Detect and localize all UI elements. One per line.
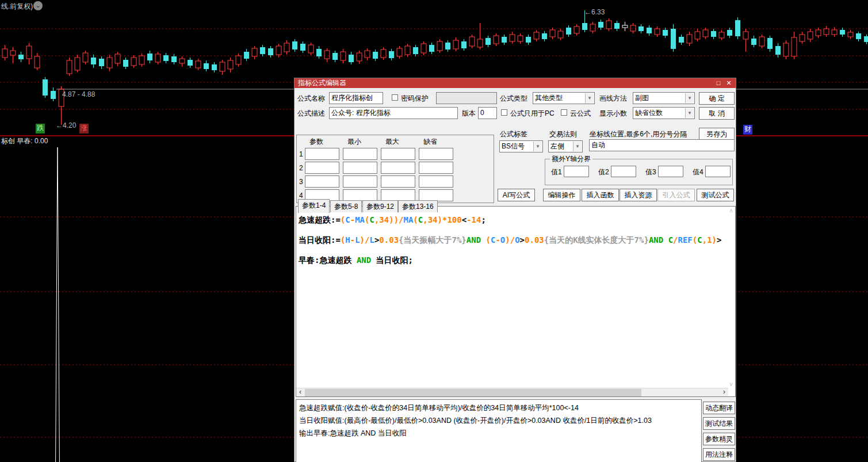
scroll-right-icon[interactable]: › (720, 388, 728, 397)
candle (204, 63, 209, 69)
candle (413, 47, 418, 54)
trade-rule-select[interactable]: 左侧 ▾ (548, 140, 583, 152)
param-input-r3c1[interactable] (305, 175, 339, 188)
scroll-left-icon[interactable]: ‹ (296, 388, 304, 397)
candle (115, 54, 120, 63)
param-input-r2c3[interactable] (381, 162, 415, 174)
close-icon[interactable]: ✕ (724, 78, 733, 88)
param-input-r1c2[interactable] (343, 148, 377, 160)
candle (671, 29, 676, 49)
dialog-titlebar[interactable]: 指标公式编辑器 (295, 78, 736, 88)
candle (35, 56, 40, 68)
tool-button-引入公式: 引入公式 (657, 189, 695, 201)
candle (196, 61, 201, 68)
scroll-down-icon[interactable]: ∨ (727, 380, 735, 388)
candle (421, 44, 426, 53)
candle (808, 32, 813, 39)
param-input-r3c4[interactable] (419, 175, 453, 188)
param-input-r2c2[interactable] (343, 162, 377, 174)
save-as-button[interactable]: 另存为 (699, 128, 735, 140)
decimals-select[interactable]: 缺省位数 ▾ (633, 107, 695, 119)
param-input-r4c4[interactable] (419, 189, 453, 201)
dynamic-translation-panel[interactable]: 急速超跌赋值:(收盘价-收盘价的34日简单移动平均)/收盘价的34日简单移动平均… (296, 399, 702, 462)
coord-line-input[interactable]: 自动 (589, 139, 735, 151)
formula-tag-select[interactable]: BS信号 ▾ (499, 140, 543, 152)
tool-button-编辑操作[interactable]: 编辑操作 (543, 189, 580, 201)
password-protect-checkbox[interactable] (392, 94, 398, 101)
tool-button-AI写公式[interactable]: AI写公式 (498, 189, 535, 201)
candle (75, 58, 80, 70)
extra-y-axis-group: 额外Y轴分界 值1值2值3值4 (545, 159, 733, 185)
version-input[interactable]: 0 (478, 107, 497, 119)
candle (542, 33, 547, 39)
side-button-测试结果[interactable]: 测试结果 (703, 417, 735, 430)
param-input-r4c3[interactable] (381, 189, 415, 201)
tool-button-插入资源[interactable]: 插入资源 (620, 189, 657, 201)
candle (171, 56, 177, 62)
formula-desc-input[interactable]: 公众号: 程序化指标 (329, 107, 458, 119)
tab-参数13-16[interactable]: 参数13-16 (398, 200, 438, 212)
decimals-label: 显示小数 (599, 109, 627, 117)
vertical-scrollbar[interactable]: ∧ ∨ (727, 207, 735, 388)
combo-arrow-icon[interactable]: ▾ (573, 142, 582, 151)
chevron-down-icon[interactable]: ⌄ (33, 1, 43, 10)
candle (711, 31, 716, 37)
combo-arrow-icon[interactable]: ▾ (685, 108, 694, 118)
candle (324, 51, 330, 59)
y-value-input-1[interactable] (564, 166, 589, 177)
param-input-r1c3[interactable] (381, 148, 415, 160)
y-value-input-3[interactable] (658, 166, 683, 177)
param-input-r3c3[interactable] (381, 175, 415, 188)
y-value-input-4[interactable] (705, 166, 731, 177)
tab-参数9-12[interactable]: 参数9-12 (362, 200, 398, 212)
param-header: 缺省 (423, 138, 437, 146)
side-button-用法注释[interactable]: 用法注释 (703, 448, 735, 461)
draw-method-select[interactable]: 副图 ▾ (633, 92, 695, 104)
combo-arrow-icon[interactable]: ▾ (533, 142, 542, 151)
candle (131, 58, 136, 66)
dialog-title: 指标公式编辑器 (298, 79, 346, 87)
y-value-label: 值2 (598, 168, 609, 176)
combo-arrow-icon[interactable]: ▾ (685, 93, 694, 103)
code-line: 当日收阳:=(H-L)/L>0.03{当天振幅大于7%}AND (C-O)/O>… (299, 230, 721, 250)
param-input-r4c2[interactable] (343, 189, 377, 201)
horizontal-scrollbar[interactable]: ‹ › (296, 388, 728, 396)
candle (244, 52, 249, 59)
param-input-r2c4[interactable] (419, 162, 453, 174)
formula-name-input[interactable]: 程序化指标创 (329, 92, 383, 104)
combo-arrow-icon[interactable]: ▾ (585, 93, 594, 103)
pc-only-checkbox[interactable] (501, 109, 507, 116)
candle (332, 53, 338, 60)
tool-button-插入函数[interactable]: 插入函数 (582, 189, 619, 201)
cancel-button[interactable]: 取 消 (699, 107, 735, 120)
candle (284, 43, 289, 52)
scrollbar-thumb[interactable] (305, 389, 641, 396)
candle (236, 56, 241, 64)
tab-参数5-8[interactable]: 参数5-8 (330, 200, 362, 212)
tool-button-测试公式[interactable]: 测试公式 (697, 189, 734, 201)
y-value-input-2[interactable] (611, 166, 636, 177)
formula-type-select[interactable]: 其他类型 ▾ (533, 92, 595, 104)
param-input-r2c1[interactable] (305, 162, 339, 174)
param-header: 最小 (347, 138, 361, 146)
ok-button[interactable]: 确 定 (699, 92, 735, 105)
param-input-r1c1[interactable] (305, 148, 339, 160)
candle (220, 62, 225, 71)
candle (268, 48, 273, 55)
param-input-r3c2[interactable] (343, 175, 377, 188)
formula-code-editor[interactable]: 急速超跌:=(C-MA(C,34))/MA(C,34)*100<-14;当日收阳… (296, 206, 736, 397)
tab-参数1-4[interactable]: 参数1-4 (298, 199, 330, 213)
code-text[interactable]: 急速超跌:=(C-MA(C,34))/MA(C,34)*100<-14;当日收阳… (299, 210, 721, 383)
candle (461, 41, 466, 48)
candle (397, 48, 402, 56)
scroll-up-icon[interactable]: ∧ (727, 207, 735, 215)
side-button-动态翻译[interactable]: 动态翻译 (703, 402, 735, 414)
side-button-参数精灵[interactable]: 参数精灵 (703, 433, 735, 445)
candle (550, 30, 555, 37)
cloud-formula-checkbox[interactable] (561, 109, 567, 116)
maximize-icon[interactable]: □ (714, 78, 723, 88)
candle (687, 35, 692, 43)
param-input-r1c4[interactable] (419, 148, 453, 160)
candle (292, 41, 297, 49)
rise-signal-badge: 涨 (79, 124, 89, 133)
